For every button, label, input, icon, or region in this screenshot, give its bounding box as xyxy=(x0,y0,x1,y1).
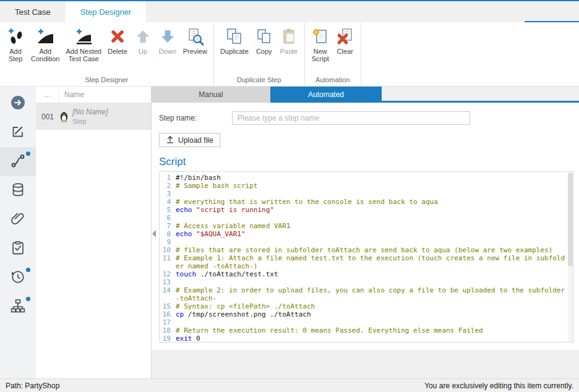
script-heading: Script xyxy=(159,156,579,168)
line-number: 3 xyxy=(160,190,176,198)
code-line[interactable]: 10# files that are stored in subfolder t… xyxy=(160,246,568,254)
clear-button[interactable]: Clear xyxy=(333,26,358,56)
ribbon-group-label-duplicate-step: Duplicate Step xyxy=(214,74,304,86)
code-line[interactable]: 11# Example 1: Attach a file named test.… xyxy=(160,254,568,270)
add-step-label: Add Step xyxy=(9,48,23,62)
line-text: #!/bin/bash xyxy=(176,174,568,182)
sidebar-item-checklist[interactable] xyxy=(0,234,36,263)
move-up-button[interactable]: Up xyxy=(131,26,155,56)
line-text: # everything that is written to the cons… xyxy=(176,198,568,206)
steps-route-icon xyxy=(10,153,26,171)
code-line[interactable]: 9 xyxy=(160,238,568,246)
code-line[interactable]: 4# everything that is written to the con… xyxy=(160,198,568,206)
column-header-dots: ... xyxy=(36,87,59,103)
tab-test-case[interactable]: Test Case xyxy=(0,1,66,22)
tab-automated[interactable]: Automated xyxy=(270,87,382,103)
code-line[interactable]: 12touch ./toAttach/test.txt xyxy=(160,270,568,278)
line-text: # Sample bash script xyxy=(176,182,568,190)
steps-list-panel: ... Name 001 [No Name] xyxy=(36,87,152,378)
line-number: 15 xyxy=(160,302,176,310)
step-list-item[interactable]: 001 [No Name] Step xyxy=(36,103,151,130)
step-name-input[interactable] xyxy=(232,111,470,125)
code-line[interactable]: 5echo "script is running" xyxy=(160,206,568,214)
status-path: Path: PartyShop xyxy=(6,381,59,390)
add-condition-button[interactable]: Add Condition xyxy=(28,26,62,64)
sidebar-item-history[interactable] xyxy=(0,263,36,292)
code-line[interactable]: 6 xyxy=(160,214,568,222)
tab-step-designer[interactable]: Step Designer xyxy=(66,1,146,22)
new-script-button[interactable]: New Script xyxy=(308,26,333,64)
line-number: 4 xyxy=(160,198,176,206)
preview-magnifier-icon xyxy=(186,27,204,46)
script-code-editor[interactable]: 1#!/bin/bash2# Sample bash script34# eve… xyxy=(159,171,573,343)
line-text xyxy=(176,214,568,222)
arrow-up-icon xyxy=(134,27,152,46)
code-line[interactable]: 17 xyxy=(160,318,568,326)
add-step-button[interactable]: Add Step xyxy=(3,26,28,64)
move-down-button[interactable]: Down xyxy=(155,26,180,56)
preview-label: Preview xyxy=(183,48,207,55)
sidebar-item-data[interactable] xyxy=(0,176,36,205)
sidebar-item-steps[interactable] xyxy=(0,147,36,176)
code-line[interactable]: 19exit 0 xyxy=(160,334,568,343)
step-name-text: [No Name] xyxy=(72,108,108,117)
edit-pencil-icon xyxy=(10,124,26,142)
paste-label: Paste xyxy=(280,48,298,55)
step-editor-panel: Manual Automated Step name: Upl xyxy=(152,87,579,378)
code-line[interactable]: 13 xyxy=(160,278,568,286)
sitemap-icon xyxy=(10,298,26,317)
left-sidebar xyxy=(0,87,36,378)
duplicate-label: Duplicate xyxy=(220,48,249,55)
code-lines: 1#!/bin/bash2# Sample bash script34# eve… xyxy=(160,174,568,343)
upload-icon xyxy=(166,135,174,145)
code-line[interactable]: 14# Example 2: in order to upload files,… xyxy=(160,286,568,302)
sidebar-item-navigate[interactable] xyxy=(0,89,36,118)
upload-file-button[interactable]: Upload file xyxy=(159,133,220,147)
add-nested-test-case-label: Add Nested Test Case xyxy=(66,48,101,62)
delete-label: Delete xyxy=(108,48,127,55)
steps-list-header: ... Name xyxy=(36,87,151,103)
paste-button[interactable]: Paste xyxy=(277,26,301,56)
code-line[interactable]: 16cp /tmp/screenshot.png ./toAttach xyxy=(160,310,568,318)
add-condition-label: Add Condition xyxy=(31,48,59,62)
editor-mode-tabs: Manual Automated xyxy=(152,87,579,103)
code-line[interactable]: 15# Syntax: cp <filePath> ./toAttach xyxy=(160,302,568,310)
copy-button[interactable]: Copy xyxy=(252,26,277,56)
sidebar-item-edit[interactable] xyxy=(0,118,36,147)
line-number: 16 xyxy=(160,310,176,318)
editor-scrollbar-thumb[interactable] xyxy=(568,173,573,266)
line-text: touch ./toAttach/test.txt xyxy=(176,270,568,278)
step-name-label: Step name: xyxy=(159,114,232,122)
line-text: echo "$AQUA_VAR1" xyxy=(176,230,568,238)
copy-label: Copy xyxy=(256,48,272,55)
code-line[interactable]: 18# Return the execution result: 0 means… xyxy=(160,326,568,334)
main-area: ... Name 001 [No Name] xyxy=(0,87,579,378)
preview-button[interactable]: Preview xyxy=(180,26,210,56)
sidebar-item-attachments[interactable] xyxy=(0,205,36,234)
editor-scrollbar[interactable] xyxy=(568,172,573,342)
sidebar-item-relations[interactable] xyxy=(0,292,36,322)
clear-label: Clear xyxy=(337,48,353,55)
code-line[interactable]: 3 xyxy=(160,190,568,198)
ribbon-buttons-step-designer: Add Step Add Condition xyxy=(0,22,213,64)
go-arrow-icon xyxy=(10,95,26,113)
code-line[interactable]: 7# Access variable named VAR1 xyxy=(160,222,568,230)
clear-icon xyxy=(336,27,354,46)
steps-notification-dot xyxy=(26,151,30,156)
code-line[interactable]: 1#!/bin/bash xyxy=(160,174,568,182)
line-text: # Example 1: Attach a file named test.tx… xyxy=(176,254,568,270)
delete-button[interactable]: Delete xyxy=(105,26,131,56)
line-number: 5 xyxy=(160,206,176,214)
duplicate-button[interactable]: Duplicate xyxy=(217,26,252,56)
delete-icon xyxy=(108,27,127,46)
line-number: 12 xyxy=(160,270,176,278)
ribbon-buttons-automation: New Script Clear xyxy=(305,22,361,64)
tab-manual[interactable]: Manual xyxy=(152,87,270,103)
ribbon-group-duplicate-step: Duplicate Copy xyxy=(214,22,305,86)
add-nested-test-case-button[interactable]: Add Nested Test Case xyxy=(62,26,104,64)
collapse-panel-arrow-icon[interactable] xyxy=(152,230,156,237)
code-line[interactable]: 2# Sample bash script xyxy=(160,182,568,190)
top-accent-line xyxy=(525,21,579,22)
code-line[interactable]: 8echo "$AQUA_VAR1" xyxy=(160,230,568,238)
document-tabstrip: Test Case Step Designer xyxy=(0,1,579,22)
